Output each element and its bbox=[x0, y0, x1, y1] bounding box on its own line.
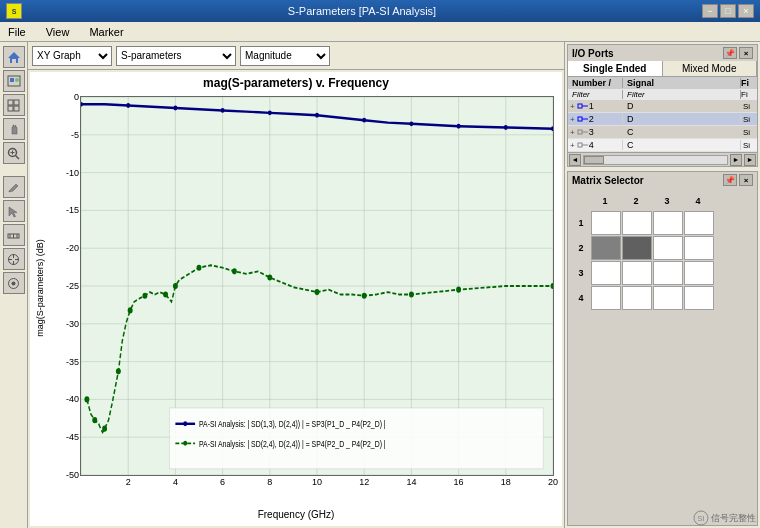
svg-point-52 bbox=[409, 121, 413, 126]
io-row-3: + 3 C Si bbox=[568, 126, 757, 139]
matrix-cell-2-3[interactable] bbox=[653, 236, 683, 260]
svg-point-22 bbox=[12, 281, 16, 285]
grid-tool[interactable] bbox=[3, 94, 25, 116]
x-tick-14: 14 bbox=[406, 477, 416, 487]
io-fi-2: Si bbox=[741, 115, 757, 124]
matrix-cell-2-2[interactable] bbox=[622, 236, 652, 260]
port-icon-3 bbox=[577, 128, 589, 136]
scroll-right[interactable]: ► bbox=[730, 154, 742, 166]
svg-point-69 bbox=[409, 291, 414, 297]
crosshair-tool[interactable] bbox=[3, 248, 25, 270]
menu-marker[interactable]: Marker bbox=[85, 24, 127, 40]
matrix-selector-controls: 📌 × bbox=[723, 174, 753, 186]
matrix-cell-1-3[interactable] bbox=[653, 211, 683, 235]
graph-type-select[interactable]: XY Graph bbox=[32, 46, 112, 66]
matrix-cell-4-1[interactable] bbox=[591, 286, 621, 310]
tab-mixed-mode[interactable]: Mixed Mode bbox=[663, 61, 758, 76]
graph-area: mag(S-parameters) v. Frequency mag(S-par… bbox=[30, 72, 562, 526]
io-signal-1: D bbox=[623, 101, 741, 111]
matrix-pin-btn[interactable]: 📌 bbox=[723, 174, 737, 186]
io-tabs: Single Ended Mixed Mode bbox=[568, 61, 757, 77]
svg-point-57 bbox=[92, 417, 97, 423]
y-axis-label-container: mag(S-parameters) (dB) bbox=[32, 100, 48, 476]
x-tick-4: 4 bbox=[173, 477, 178, 487]
close-button[interactable]: × bbox=[738, 4, 754, 18]
expand-3[interactable]: + bbox=[570, 128, 575, 137]
matrix-row-label-2: 2 bbox=[572, 236, 590, 260]
expand-2[interactable]: + bbox=[570, 115, 575, 124]
matrix-cell-1-2[interactable] bbox=[622, 211, 652, 235]
matrix-cell-2-1[interactable] bbox=[591, 236, 621, 260]
image-tool[interactable] bbox=[3, 70, 25, 92]
matrix-cell-3-4[interactable] bbox=[684, 261, 714, 285]
pencil-tool[interactable] bbox=[3, 176, 25, 198]
main-layout: XY Graph S-parameters Magnitude mag(S-pa… bbox=[0, 42, 760, 528]
matrix-cell-1-4[interactable] bbox=[684, 211, 714, 235]
svg-rect-5 bbox=[14, 100, 19, 105]
svg-point-60 bbox=[128, 307, 133, 313]
io-fi-3: Si bbox=[741, 128, 757, 137]
matrix-cell-3-3[interactable] bbox=[653, 261, 683, 285]
io-ports-header: I/O Ports 📌 × bbox=[568, 45, 757, 61]
col-header-fi: Fi bbox=[741, 78, 757, 88]
svg-point-61 bbox=[142, 293, 147, 299]
col-header-number: Number / bbox=[568, 78, 623, 88]
pointer-tool[interactable] bbox=[3, 200, 25, 222]
menu-file[interactable]: File bbox=[4, 24, 30, 40]
svg-point-63 bbox=[173, 283, 178, 289]
y-tick-50: -50 bbox=[49, 470, 79, 480]
matrix-cell-4-4[interactable] bbox=[684, 286, 714, 310]
matrix-row-label-4: 4 bbox=[572, 286, 590, 310]
graph-inner: PA-SI Analysis: | SD(1,3), D(2,4)) | = S… bbox=[80, 96, 554, 476]
home-tool[interactable] bbox=[3, 46, 25, 68]
matrix-close-btn[interactable]: × bbox=[739, 174, 753, 186]
svg-point-50 bbox=[315, 113, 319, 118]
io-signal-3: C bbox=[623, 127, 741, 137]
svg-rect-83 bbox=[578, 130, 582, 134]
scroll-left[interactable]: ◄ bbox=[569, 154, 581, 166]
expand-4[interactable]: + bbox=[570, 141, 575, 150]
scroll-thumb-h[interactable] bbox=[584, 156, 604, 164]
io-ports-close-btn[interactable]: × bbox=[739, 47, 753, 59]
io-signal-2: D bbox=[623, 114, 741, 124]
matrix-cell-3-2[interactable] bbox=[622, 261, 652, 285]
zoom-tool[interactable] bbox=[3, 142, 25, 164]
data-type-select[interactable]: S-parameters bbox=[116, 46, 236, 66]
svg-point-62 bbox=[163, 291, 168, 297]
left-toolbar bbox=[0, 42, 28, 528]
menu-view[interactable]: View bbox=[42, 24, 74, 40]
svg-point-66 bbox=[267, 274, 272, 280]
y-tick-15: -15 bbox=[49, 205, 79, 215]
matrix-col-2: 2 bbox=[621, 192, 651, 210]
menu-bar: File View Marker bbox=[0, 22, 760, 42]
matrix-row-1: 1 bbox=[572, 211, 753, 235]
display-type-select[interactable]: Magnitude bbox=[240, 46, 330, 66]
io-num-4: + 4 bbox=[568, 140, 623, 150]
svg-marker-0 bbox=[8, 52, 20, 63]
io-ports-controls: 📌 × bbox=[723, 47, 753, 59]
expand-1[interactable]: + bbox=[570, 102, 575, 111]
scroll-right2[interactable]: ► bbox=[744, 154, 756, 166]
matrix-cell-2-4[interactable] bbox=[684, 236, 714, 260]
port-icon-2 bbox=[577, 115, 589, 123]
node-tool[interactable] bbox=[3, 272, 25, 294]
hand-tool[interactable] bbox=[3, 118, 25, 140]
tab-single-ended[interactable]: Single Ended bbox=[568, 61, 663, 76]
scroll-track-h[interactable] bbox=[583, 155, 728, 165]
svg-point-64 bbox=[197, 265, 202, 271]
svg-point-48 bbox=[221, 108, 225, 113]
matrix-cell-1-1[interactable] bbox=[591, 211, 621, 235]
svg-text:PA-SI Analysis: | SD(1,3), D(2: PA-SI Analysis: | SD(1,3), D(2,4)) | = S… bbox=[199, 420, 386, 430]
filter-signal: Filter bbox=[623, 90, 741, 99]
matrix-cell-4-3[interactable] bbox=[653, 286, 683, 310]
maximize-button[interactable]: □ bbox=[720, 4, 736, 18]
svg-text:SI: SI bbox=[697, 514, 705, 523]
measure-tool[interactable] bbox=[3, 224, 25, 246]
matrix-cell-4-2[interactable] bbox=[622, 286, 652, 310]
io-filter-row: Filter Filter Fi bbox=[568, 89, 757, 100]
minimize-button[interactable]: − bbox=[702, 4, 718, 18]
io-ports-title: I/O Ports bbox=[572, 48, 614, 59]
matrix-cell-3-1[interactable] bbox=[591, 261, 621, 285]
io-ports-section: I/O Ports 📌 × Single Ended Mixed Mode Nu… bbox=[567, 44, 758, 167]
io-ports-pin-btn[interactable]: 📌 bbox=[723, 47, 737, 59]
